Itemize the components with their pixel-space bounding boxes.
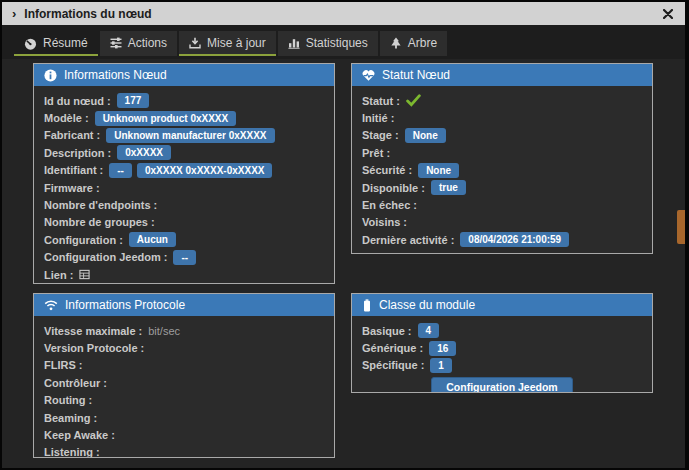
field-row: Nombre d'endpoints :: [44, 196, 324, 213]
chevron-right-icon: ›: [12, 7, 16, 20]
tab-mise-a-jour[interactable]: Mise à jour: [179, 31, 276, 56]
value-badge: 4: [418, 323, 440, 338]
field-row: Routing :: [44, 392, 324, 409]
panel-body: Vitesse maximale :bit/secVersion Protoco…: [34, 316, 334, 458]
field-label: Configuration Jeedom :: [44, 251, 167, 263]
panel-title: Classe du module: [379, 298, 475, 312]
tab-label: Statistiques: [306, 36, 368, 50]
field-label: Fabricant :: [44, 129, 100, 141]
field-label: Id du nœud :: [44, 95, 111, 107]
value-badge: Unknown product 0xXXXX: [95, 111, 237, 126]
info-circle-icon: [44, 69, 57, 82]
dialog-title: Informations du nœud: [24, 7, 661, 21]
field-row: Dernière activité :08/04/2026 21:00:59: [362, 231, 642, 248]
field-label: Sécurité :: [362, 164, 412, 176]
field-label: Voisins :: [362, 216, 407, 228]
tab-statistiques[interactable]: Statistiques: [278, 31, 378, 56]
field-row: Firmware :: [44, 179, 324, 196]
field-label: Lien :: [44, 269, 73, 281]
field-row: Modèle :Unknown product 0xXXXX: [44, 109, 324, 126]
field-row: Configuration Jeedom :--: [44, 249, 324, 266]
field-label: Routing :: [44, 394, 92, 406]
bar-chart-icon: [288, 37, 300, 49]
field-row: Vitesse maximale :bit/sec: [44, 322, 324, 339]
field-label: FLIRS :: [44, 359, 83, 371]
panel-body: Basique :4Générique :16Spécifique :1Conf…: [352, 316, 652, 393]
tab-label: Résumé: [43, 36, 88, 50]
value-badge: --: [173, 250, 196, 265]
panel-title: Informations Nœud: [64, 68, 167, 82]
field-row: Description :0xXXXX: [44, 144, 324, 161]
configuration-jeedom-button[interactable]: Configuration Jeedom: [431, 377, 572, 393]
close-icon[interactable]: [661, 7, 675, 21]
field-row: FLIRS :: [44, 357, 324, 374]
field-label: En échec :: [362, 199, 417, 211]
heartbeat-icon: [362, 69, 375, 82]
value-badge: true: [431, 180, 466, 195]
field-row: Initié :: [362, 109, 642, 126]
tab-actions[interactable]: Actions: [100, 31, 177, 56]
tree-icon: [390, 37, 402, 49]
field-row: Nombre de groupes :: [44, 214, 324, 231]
field-row: Stage :None: [362, 127, 642, 144]
field-label: Beaming :: [44, 412, 97, 424]
tab-resume[interactable]: Résumé: [14, 31, 98, 56]
field-label: Initié :: [362, 112, 394, 124]
field-row: Sécurité :None: [362, 162, 642, 179]
field-row: Beaming :: [44, 409, 324, 426]
field-row: Fabricant :Unknown manufacturer 0xXXXX: [44, 127, 324, 144]
value-badge: 177: [117, 93, 150, 108]
button-row: Configuration Jeedom: [362, 377, 642, 393]
field-value-text: bit/sec: [148, 325, 180, 337]
panel-node-info: Informations NœudId du nœud :177Modèle :…: [33, 63, 335, 284]
field-label: Nombre de groupes :: [44, 216, 155, 228]
panel-header: Informations Protocole: [34, 294, 334, 316]
panel-module-class: Classe du moduleBasique :4Générique :16S…: [351, 293, 653, 393]
value-badge: 16: [429, 341, 456, 356]
field-label: Générique :: [362, 342, 423, 354]
value-badge: 0xXXXX: [117, 145, 171, 160]
value-badge: None: [418, 163, 459, 178]
wifi-icon: [44, 299, 58, 311]
node-information-dialog: › Informations du nœud RésuméActionsMise…: [2, 2, 685, 468]
check-icon: [406, 94, 421, 107]
tab-arbre[interactable]: Arbre: [380, 31, 447, 56]
field-row: Keep Awake :: [44, 426, 324, 443]
field-label: Dernière activité :: [362, 234, 454, 246]
tachometer-icon: [24, 37, 37, 50]
field-label: Statut :: [362, 95, 400, 107]
panel-title: Informations Protocole: [65, 298, 185, 312]
table-icon[interactable]: [79, 269, 90, 280]
field-row: Lien :: [44, 266, 324, 283]
field-label: Disponible :: [362, 182, 425, 194]
value-badge: 0xXXXX 0xXXXX-0xXXXX: [137, 163, 273, 178]
field-row: Contrôleur :: [44, 374, 324, 391]
field-label: Nombre d'endpoints :: [44, 199, 157, 211]
scroll-handle[interactable]: [677, 210, 685, 244]
field-label: Listening :: [44, 446, 100, 458]
field-row: Configuration :Aucun: [44, 231, 324, 248]
field-label: Vitesse maximale :: [44, 325, 142, 337]
panel-node-status: Statut NœudStatut :Initié :Stage :NonePr…: [351, 63, 653, 254]
tab-label: Mise à jour: [207, 36, 266, 50]
value-badge: None: [405, 128, 446, 143]
field-label: Description :: [44, 147, 111, 159]
value-badge: --: [109, 163, 132, 178]
dialog-titlebar: › Informations du nœud: [2, 2, 685, 25]
value-badge: 1: [430, 358, 452, 373]
field-label: Modèle :: [44, 112, 89, 124]
tab-label: Arbre: [408, 36, 437, 50]
field-label: Version Protocole :: [44, 342, 144, 354]
field-label: Contrôleur :: [44, 377, 107, 389]
field-row: Prêt :: [362, 144, 642, 161]
panel-header: Classe du module: [352, 294, 652, 316]
field-label: Basique :: [362, 325, 412, 337]
tab-label: Actions: [128, 36, 167, 50]
field-label: Identifiant :: [44, 164, 103, 176]
panel-body: Id du nœud :177Modèle :Unknown product 0…: [34, 86, 334, 283]
field-row: Id du nœud :177: [44, 92, 324, 109]
panel-title: Statut Nœud: [382, 68, 450, 82]
field-row: Spécifique :1: [362, 357, 642, 374]
tab-bar: RésuméActionsMise à jourStatistiquesArbr…: [2, 25, 685, 59]
battery-icon: [362, 299, 372, 312]
